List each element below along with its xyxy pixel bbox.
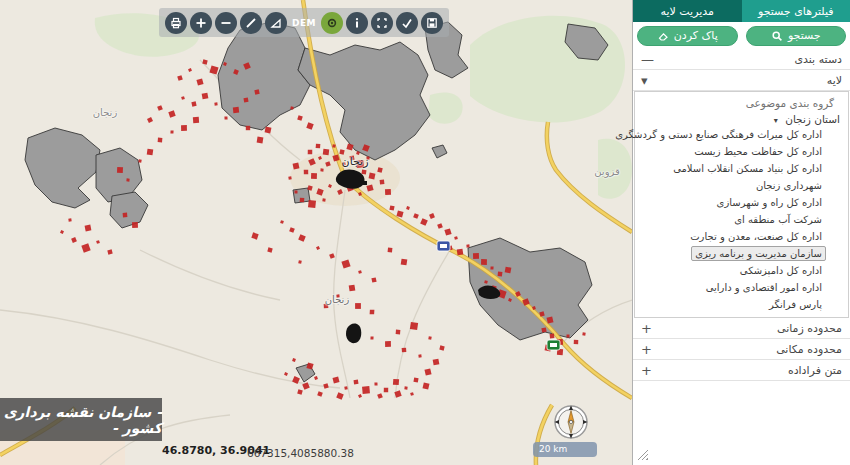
- red-marker[interactable]: [243, 97, 248, 102]
- clear-button[interactable]: پاک کردن: [637, 26, 738, 46]
- red-marker[interactable]: [349, 285, 356, 292]
- red-marker[interactable]: [481, 259, 487, 265]
- red-marker[interactable]: [147, 149, 154, 156]
- map-canvas[interactable]: زنجانزنجانزنجانقزوین DEM: [0, 0, 632, 465]
- measure-length-button[interactable]: [240, 12, 262, 34]
- red-marker[interactable]: [311, 173, 317, 179]
- red-marker[interactable]: [288, 176, 291, 179]
- red-marker[interactable]: [300, 198, 305, 203]
- red-marker[interactable]: [428, 336, 432, 340]
- red-marker[interactable]: [433, 359, 440, 366]
- red-marker[interactable]: [396, 330, 401, 335]
- red-marker[interactable]: [374, 382, 377, 385]
- section-spatial-range[interactable]: محدوده مکانی +: [633, 339, 850, 360]
- red-marker[interactable]: [410, 322, 418, 330]
- red-marker[interactable]: [265, 127, 272, 134]
- red-marker[interactable]: [385, 189, 391, 195]
- red-marker[interactable]: [246, 126, 250, 130]
- tree-item[interactable]: اداره کل بنیاد مسکن انقلاب اسلامی: [635, 160, 848, 177]
- red-marker[interactable]: [404, 386, 407, 389]
- red-marker[interactable]: [257, 137, 264, 144]
- full-extent-button[interactable]: [371, 12, 393, 34]
- red-marker[interactable]: [466, 244, 469, 247]
- tree-item[interactable]: شرکت آب منطقه ای: [635, 211, 848, 228]
- red-marker[interactable]: [254, 89, 259, 94]
- dem-button[interactable]: DEM: [290, 18, 318, 28]
- red-marker[interactable]: [233, 107, 239, 113]
- red-marker[interactable]: [498, 272, 503, 277]
- tree-caret-icon[interactable]: ▾: [774, 116, 778, 125]
- red-marker[interactable]: [304, 170, 308, 174]
- red-marker[interactable]: [385, 341, 391, 347]
- red-marker[interactable]: [473, 253, 479, 259]
- tree-item[interactable]: اداره کل حفاظت محیط زیست: [635, 143, 848, 160]
- red-marker[interactable]: [362, 386, 370, 394]
- tree-item[interactable]: اداره کل راه و شهرسازی: [635, 194, 848, 211]
- tab-search-filters[interactable]: فیلترهای جستجو: [742, 0, 850, 22]
- red-marker[interactable]: [582, 332, 585, 335]
- section-time-range[interactable]: محدوده زمانی +: [633, 318, 850, 339]
- red-marker[interactable]: [366, 156, 369, 159]
- red-marker[interactable]: [193, 117, 199, 123]
- red-marker[interactable]: [214, 102, 217, 105]
- red-marker[interactable]: [354, 380, 359, 385]
- red-marker[interactable]: [490, 266, 493, 269]
- red-marker[interactable]: [413, 377, 418, 382]
- red-marker[interactable]: [393, 379, 399, 385]
- red-marker[interactable]: [308, 200, 316, 208]
- red-marker[interactable]: [332, 144, 335, 147]
- red-marker[interactable]: [370, 310, 375, 315]
- tree-item[interactable]: شهرداری زنجان: [635, 177, 848, 194]
- tree-item[interactable]: اداره کل صنعت، معدن و تجارت: [635, 228, 848, 245]
- red-marker[interactable]: [349, 155, 354, 160]
- red-marker[interactable]: [356, 160, 364, 168]
- red-marker[interactable]: [68, 218, 71, 221]
- red-marker[interactable]: [418, 354, 421, 357]
- red-marker[interactable]: [369, 173, 376, 180]
- red-marker[interactable]: [295, 191, 298, 194]
- red-marker[interactable]: [323, 149, 329, 155]
- zoom-in-button[interactable]: [190, 12, 212, 34]
- zoom-out-button[interactable]: [215, 12, 237, 34]
- tree-item[interactable]: اداره امور اقتصادی و دارایی: [635, 279, 848, 296]
- red-marker[interactable]: [566, 334, 569, 337]
- red-marker[interactable]: [123, 213, 128, 218]
- red-marker[interactable]: [355, 303, 361, 309]
- save-button[interactable]: [421, 12, 443, 34]
- red-marker[interactable]: [322, 198, 325, 201]
- section-metadata-text[interactable]: متن فراداده +: [633, 360, 850, 381]
- red-marker[interactable]: [541, 327, 546, 332]
- resize-grip[interactable]: [637, 449, 648, 460]
- red-marker[interactable]: [344, 386, 348, 390]
- red-marker[interactable]: [550, 334, 555, 339]
- red-marker[interactable]: [308, 150, 313, 155]
- red-marker[interactable]: [388, 248, 393, 253]
- red-marker[interactable]: [170, 130, 173, 133]
- red-marker[interactable]: [298, 260, 302, 264]
- tree-item-selected[interactable]: سازمان مدیریت و برنامه ریزی: [635, 245, 848, 262]
- tree-item[interactable]: پارس فرانگر: [635, 296, 848, 313]
- red-marker[interactable]: [316, 144, 321, 149]
- select-button[interactable]: [396, 12, 418, 34]
- red-marker[interactable]: [138, 159, 142, 163]
- red-marker[interactable]: [402, 348, 407, 353]
- red-marker[interactable]: [293, 163, 300, 170]
- red-marker[interactable]: [336, 294, 339, 297]
- red-marker[interactable]: [126, 178, 129, 181]
- print-button[interactable]: [165, 12, 187, 34]
- red-marker[interactable]: [370, 336, 373, 339]
- tree-item[interactable]: اداره کل میراث فرهنگی صنایع دستی و گردشگ…: [635, 126, 848, 143]
- red-marker[interactable]: [132, 222, 138, 228]
- red-marker[interactable]: [117, 167, 123, 173]
- red-marker[interactable]: [362, 170, 367, 175]
- identify-button[interactable]: [346, 12, 368, 34]
- red-marker[interactable]: [224, 116, 227, 119]
- red-marker[interactable]: [320, 168, 323, 171]
- red-marker[interactable]: [158, 138, 163, 143]
- red-marker[interactable]: [202, 93, 209, 100]
- red-marker[interactable]: [389, 205, 394, 210]
- section-layer[interactable]: لایه ▾: [633, 70, 850, 91]
- red-marker[interactable]: [85, 225, 92, 232]
- red-marker[interactable]: [324, 304, 329, 309]
- red-marker[interactable]: [371, 277, 376, 282]
